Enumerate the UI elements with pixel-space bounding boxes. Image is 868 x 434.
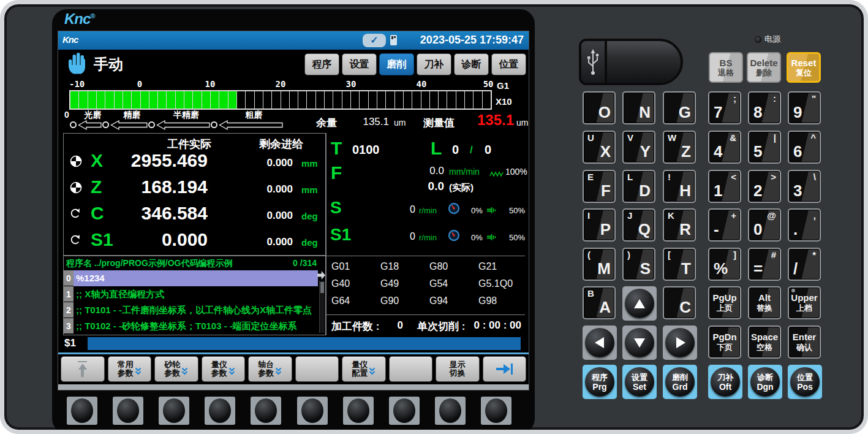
- key-t[interactable]: [T: [663, 248, 696, 281]
- key-f[interactable]: EF: [583, 170, 616, 203]
- key-c[interactable]: C: [663, 286, 696, 319]
- key-sub-label: :: [773, 93, 776, 104]
- key-upper[interactable]: Upper上档: [788, 286, 821, 319]
- key-sub-label: ,: [813, 210, 816, 221]
- key-sub-label: &: [730, 132, 736, 143]
- fnkey-grd[interactable]: 磨削Grd: [663, 365, 697, 399]
- key-sub-label: V: [627, 132, 633, 143]
- key-main-label: 6: [793, 142, 802, 161]
- key-main-label: S: [640, 259, 651, 278]
- key-arrow-right[interactable]: [663, 326, 697, 360]
- key-g[interactable]: G: [663, 91, 696, 124]
- key-%[interactable]: ]%: [708, 248, 741, 281]
- key-sub-label: E: [587, 172, 594, 182]
- key-p[interactable]: IP: [583, 208, 616, 242]
- key-sub-label: <: [731, 172, 736, 182]
- key-r[interactable]: KR: [663, 208, 696, 242]
- key-.[interactable]: ,.: [788, 208, 821, 242]
- key-n[interactable]: N: [622, 91, 655, 124]
- key-o[interactable]: O: [583, 91, 616, 124]
- fnkey-set[interactable]: 设置Set: [622, 365, 657, 399]
- key-a[interactable]: BA: [583, 286, 616, 319]
- key-pgup[interactable]: PgUp上页: [708, 286, 741, 319]
- key-main-label: 8: [753, 103, 762, 122]
- key-/[interactable]: */: [788, 248, 821, 281]
- key-sub-label: (: [587, 249, 591, 260]
- fnkey-oft[interactable]: 刀补Oft: [708, 365, 742, 399]
- key-sub-label: >: [771, 172, 776, 182]
- key-d[interactable]: LD: [622, 170, 655, 203]
- key-main-label: F: [601, 181, 611, 200]
- key-0[interactable]: @0: [748, 208, 781, 242]
- key-m[interactable]: (M: [583, 248, 616, 281]
- key-main-label: X: [600, 142, 611, 161]
- key-main-label: G: [679, 103, 691, 122]
- key--[interactable]: +-: [708, 208, 741, 242]
- round-key: 刀补Oft: [711, 367, 740, 397]
- key-7[interactable]: ;7: [708, 91, 741, 124]
- key-main-label: 4: [714, 142, 722, 161]
- key-main-label: 1: [714, 181, 722, 200]
- key-3[interactable]: \3: [788, 170, 821, 203]
- key-alt[interactable]: Alt替换: [748, 286, 781, 319]
- key-main-label: N: [639, 103, 651, 122]
- key-sub-label: |: [774, 132, 776, 143]
- key-sub-label: \: [813, 172, 816, 182]
- key-6[interactable]: ^6: [788, 131, 821, 164]
- key-main-label: T: [681, 259, 691, 278]
- key-2[interactable]: >2: [748, 170, 781, 203]
- key-sub-label: @: [767, 210, 776, 221]
- fnkey-dgn[interactable]: 诊断Dgn: [748, 365, 782, 399]
- fnkey-pos[interactable]: 位置Pos: [788, 365, 822, 399]
- key-arrow-up[interactable]: [622, 286, 657, 321]
- key-x[interactable]: UX: [583, 131, 616, 164]
- round-key: [585, 328, 614, 357]
- round-key: 程序Prg: [585, 367, 614, 397]
- fnkey-prg[interactable]: 程序Prg: [583, 365, 617, 399]
- key-space[interactable]: Space空格: [748, 326, 781, 359]
- key-y[interactable]: VY: [622, 131, 655, 164]
- arrow-left-icon: [595, 337, 604, 348]
- key-sub-label: [: [668, 249, 671, 260]
- key-main-label: 5: [753, 142, 762, 161]
- key-bs[interactable]: BS退格: [709, 52, 743, 83]
- key-delete[interactable]: Delete删除: [747, 52, 781, 83]
- key-main-label: 0: [753, 220, 762, 239]
- key-main-label: /: [793, 259, 798, 278]
- key-arrow-down[interactable]: [622, 326, 657, 360]
- key-main-label: 3: [793, 181, 802, 200]
- round-key: [665, 328, 695, 357]
- round-key: [625, 328, 654, 357]
- key-9[interactable]: "9: [788, 91, 821, 124]
- key-main-label: 2: [753, 181, 762, 200]
- key-8[interactable]: :8: [748, 91, 781, 124]
- key-arrow-left[interactable]: [583, 326, 617, 360]
- round-key: [625, 289, 654, 318]
- usb-port[interactable]: [579, 39, 683, 85]
- key-sub-label: ^: [810, 132, 816, 143]
- key-main-label: P: [600, 220, 611, 239]
- key-sub-label: ): [627, 249, 630, 260]
- key-sub-label: ]: [733, 249, 736, 260]
- key-=[interactable]: #=: [748, 248, 781, 281]
- key-sub-label: ": [812, 93, 816, 104]
- key-reset[interactable]: Reset复位: [787, 52, 821, 83]
- round-key: 设置Set: [625, 367, 654, 397]
- key-pgdn[interactable]: PgDn下页: [708, 326, 741, 359]
- arrow-down-icon: [634, 338, 645, 348]
- key-enter[interactable]: Enter确认: [788, 326, 821, 359]
- key-h[interactable]: !H: [663, 170, 696, 203]
- keyboard-area: 电源 BS退格Delete删除Reset复位 ONG;7:8"9UXVYWZ&4…: [4, 4, 864, 430]
- key-sub-label: W: [668, 132, 676, 143]
- key-main-label: H: [679, 181, 691, 200]
- round-key: 位置Pos: [790, 367, 820, 397]
- key-5[interactable]: |5: [748, 131, 781, 164]
- power-label: 电源: [764, 34, 780, 45]
- key-main-label: =: [753, 259, 763, 278]
- key-4[interactable]: &4: [708, 131, 741, 164]
- key-q[interactable]: JQ: [622, 208, 655, 242]
- key-1[interactable]: <1: [708, 170, 741, 203]
- key-main-label: C: [679, 298, 691, 317]
- key-z[interactable]: WZ: [663, 131, 696, 164]
- key-s[interactable]: )S: [622, 248, 655, 281]
